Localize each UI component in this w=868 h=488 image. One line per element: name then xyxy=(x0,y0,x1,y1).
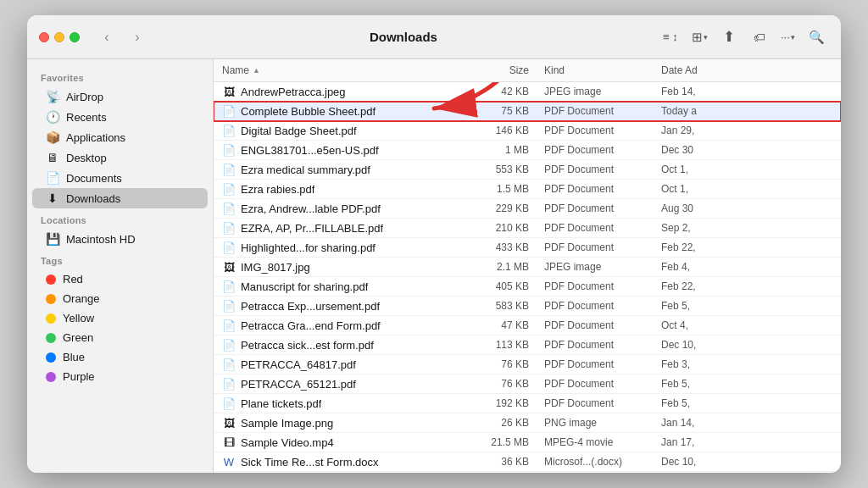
column-date[interactable]: Date Ad xyxy=(654,64,739,76)
more-button[interactable]: ··· ▾ xyxy=(777,25,798,49)
sidebar-item-tag-orange[interactable]: Orange xyxy=(32,289,208,308)
file-name: Petracca sick...est form.pdf xyxy=(241,339,374,352)
table-row[interactable]: 🖼 IMG_8017.jpg 2.1 MB JPEG image Feb 4, xyxy=(214,258,841,277)
file-name-cell: 📄 Ezra, Andrew...lable PDF.pdf xyxy=(214,201,468,216)
column-kind[interactable]: Kind xyxy=(536,64,654,76)
table-row[interactable]: W Sick Time Re...st Form.docx 36 KB Micr… xyxy=(214,452,841,472)
table-row[interactable]: 📄 Ezra rabies.pdf 1.5 MB PDF Document Oc… xyxy=(214,180,841,199)
file-size-cell: 229 KB xyxy=(468,202,536,215)
column-name[interactable]: Name ▲ xyxy=(214,64,468,76)
table-row[interactable]: 📄 Digital Badge Sheet.pdf 146 KB PDF Doc… xyxy=(214,121,841,141)
file-date-cell: Feb 4, xyxy=(654,260,739,274)
file-date-cell: Feb 22, xyxy=(654,280,739,293)
table-row[interactable]: 📄 Manuscript for sharing.pdf 405 KB PDF … xyxy=(214,277,841,297)
sidebar-label-recents: Recents xyxy=(66,111,107,124)
file-kind-cell: PDF Document xyxy=(536,280,654,293)
file-name: Manuscript for sharing.pdf xyxy=(241,280,368,293)
file-size-cell: 192 KB xyxy=(468,396,536,410)
sidebar-label-blue: Blue xyxy=(63,351,85,363)
toolbar-right: ≡ ↕ ⊞ ▾ ⬆ 🏷 ··· ▾ 🔍 xyxy=(658,25,829,49)
window-title: Downloads xyxy=(156,30,651,44)
documents-icon: 📄 xyxy=(46,171,59,185)
table-row[interactable]: 📄 Complete Bubble Sheet.pdf 75 KB PDF Do… xyxy=(214,102,841,121)
table-row[interactable]: 📄 Petracca Gra...end Form.pdf 47 KB PDF … xyxy=(214,316,841,336)
file-date-cell: Sep 2, xyxy=(654,221,739,235)
table-row[interactable]: 📄 EZRA, AP, Pr...FILLABLE.pdf 210 KB PDF… xyxy=(214,219,841,238)
file-date-cell: Oct 1, xyxy=(654,163,739,176)
file-date-cell: Feb 22, xyxy=(654,241,739,254)
file-name-cell: 📄 Ezra medical summary.pdf xyxy=(214,162,468,177)
file-kind-cell: JPEG image xyxy=(536,260,654,274)
sidebar-item-applications[interactable]: 📦 Applications xyxy=(32,127,208,147)
sidebar-item-desktop[interactable]: 🖥 Desktop xyxy=(32,147,208,168)
file-kind-cell: PNG image xyxy=(536,416,654,430)
table-row[interactable]: 📄 PETRACCA_65121.pdf 76 KB PDF Document … xyxy=(214,374,841,394)
grid-view-button[interactable]: ⊞ ▾ xyxy=(688,25,711,49)
recents-icon: 🕐 xyxy=(46,110,59,124)
file-size-cell: 405 KB xyxy=(468,280,536,293)
sidebar-item-tag-blue[interactable]: Blue xyxy=(32,347,208,367)
column-size[interactable]: Size xyxy=(468,64,536,76)
table-row[interactable]: 📄 Petracca Exp...ursement.pdf 583 KB PDF… xyxy=(214,297,841,316)
more-chevron-icon: ▾ xyxy=(791,33,795,42)
sidebar-item-airdrop[interactable]: 📡 AirDrop xyxy=(32,86,208,107)
sidebar-item-recents[interactable]: 🕐 Recents xyxy=(32,107,208,127)
list-view-button[interactable]: ≡ ↕ xyxy=(658,25,683,49)
file-date-cell: Feb 5, xyxy=(654,377,739,391)
file-name-cell: 🖼 AndrewPetracca.jpeg xyxy=(214,84,468,99)
sidebar-label-red: Red xyxy=(63,273,83,286)
forward-button[interactable]: › xyxy=(125,25,149,49)
share-button[interactable]: ⬆ xyxy=(716,25,742,49)
sidebar-item-tag-yellow[interactable]: Yellow xyxy=(32,308,208,328)
table-row[interactable]: 📄 Highlighted...for sharing.pdf 433 KB P… xyxy=(214,238,841,258)
file-date-cell: Oct 1, xyxy=(654,182,739,196)
file-date-cell: Today a xyxy=(654,104,739,118)
file-kind-cell: PDF Document xyxy=(536,319,654,332)
table-row[interactable]: 🎞 Sample Video.mp4 21.5 MB MPEG-4 movie … xyxy=(214,433,841,452)
sidebar-item-tag-green[interactable]: Green xyxy=(32,328,208,347)
table-row[interactable]: 📄 Ezra, Andrew...lable PDF.pdf 229 KB PD… xyxy=(214,199,841,219)
close-button[interactable] xyxy=(39,32,49,42)
back-button[interactable]: ‹ xyxy=(95,25,119,49)
file-name: Digital Badge Sheet.pdf xyxy=(241,125,357,137)
file-name: Petracca Gra...end Form.pdf xyxy=(241,319,381,332)
file-date-cell: Aug 30 xyxy=(654,202,739,215)
sidebar-item-downloads[interactable]: ⬇ Downloads xyxy=(32,188,208,208)
table-row[interactable]: 📄 PETRACCA_64817.pdf 76 KB PDF Document … xyxy=(214,355,841,374)
file-name-cell: 📄 PETRACCA_65121.pdf xyxy=(214,376,468,391)
file-size-cell: 553 KB xyxy=(468,163,536,176)
table-row[interactable]: 🖼 Sample Image.png 26 KB PNG image Jan 1… xyxy=(214,413,841,433)
search-button[interactable]: 🔍 xyxy=(804,25,829,49)
pdf-icon: 📄 xyxy=(222,377,236,391)
mp4-icon: 🎞 xyxy=(222,435,236,449)
maximize-button[interactable] xyxy=(70,32,80,42)
minimize-button[interactable] xyxy=(54,32,64,42)
file-size-cell: 1.5 MB xyxy=(468,182,536,196)
table-row[interactable]: 📄 Petracca sick...est form.pdf 113 KB PD… xyxy=(214,336,841,355)
file-name-cell: 📄 Manuscript for sharing.pdf xyxy=(214,279,468,294)
sidebar-label-yellow: Yellow xyxy=(63,312,94,324)
tag-button[interactable]: 🏷 xyxy=(747,25,772,49)
file-size-cell: 210 KB xyxy=(468,221,536,235)
blue-dot-icon xyxy=(46,352,56,363)
table-row[interactable]: 🖼 AndrewPetracca.jpeg 42 KB JPEG image F… xyxy=(214,82,841,102)
file-name: Ezra, Andrew...lable PDF.pdf xyxy=(241,202,381,215)
table-row[interactable]: 📄 ENGL381701...e5en-US.pdf 1 MB PDF Docu… xyxy=(214,141,841,160)
table-row[interactable]: 📄 Ezra medical summary.pdf 553 KB PDF Do… xyxy=(214,160,841,180)
sidebar-item-tag-purple[interactable]: Purple xyxy=(32,367,208,386)
pdf-icon: 📄 xyxy=(222,338,236,352)
file-date-cell: Feb 14, xyxy=(654,85,739,98)
table-row[interactable]: 📄 Plane tickets.pdf 192 KB PDF Document … xyxy=(214,394,841,413)
file-date-cell: Dec 10, xyxy=(654,338,739,352)
file-kind-cell: MPEG-4 movie xyxy=(536,435,654,449)
file-name: Plane tickets.pdf xyxy=(241,397,321,410)
pdf-icon: 📄 xyxy=(222,280,236,293)
sidebar-item-macintosh-hd[interactable]: 💾 Macintosh HD xyxy=(32,229,208,249)
file-size-cell: 1 MB xyxy=(468,143,536,157)
sort-arrow-icon: ▲ xyxy=(253,66,260,75)
sidebar-item-documents[interactable]: 📄 Documents xyxy=(32,168,208,188)
file-size-cell: 75 KB xyxy=(468,104,536,118)
red-dot-icon xyxy=(46,274,56,285)
sidebar-item-tag-red[interactable]: Red xyxy=(32,269,208,289)
file-date-cell: Feb 5, xyxy=(654,299,739,313)
